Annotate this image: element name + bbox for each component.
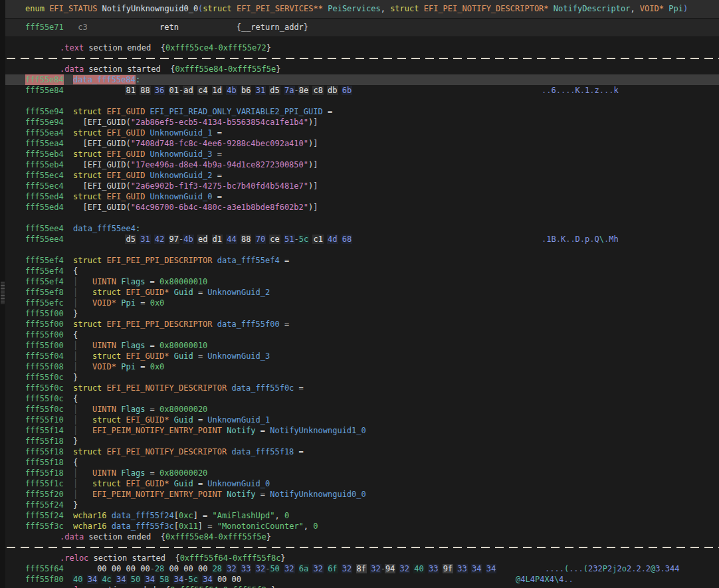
symbol-token[interactable]: data_fff55ef4 [217,256,280,265]
hex-byte[interactable]: 01 [169,86,179,95]
hex-byte[interactable]: 88 [140,86,150,95]
hex-byte[interactable]: ce [269,235,280,244]
hex-byte[interactable]: 42 [154,235,165,244]
hex-byte[interactable]: 51 [284,235,294,244]
symbol-token[interactable]: UnknownGuid_3 [150,149,213,159]
address[interactable]: fff55f00 [25,340,64,351]
address[interactable]: fff55f00 [25,319,64,330]
hex-byte[interactable]: 28 [212,564,223,573]
hex-byte[interactable]: 4b [226,86,237,95]
hex-byte[interactable]: d1 [212,235,223,244]
hex-byte[interactable]: 00 [197,564,208,573]
address[interactable]: fff55ef4 [25,266,64,276]
symbol-token[interactable]: UnknownGuid_2 [150,171,213,180]
symbol-token[interactable]: NotifyUnknownguid1_0 [270,426,366,435]
hex-byte[interactable]: db [327,86,338,95]
hex-byte[interactable]: 6f [327,564,338,573]
address[interactable]: fff55f24 [25,510,64,521]
hex-byte[interactable]: c1 [312,235,323,244]
address[interactable]: fff55f00 [25,330,64,340]
address[interactable]: fff55ed4 [25,202,64,213]
hex-byte[interactable]: 28 [154,564,165,573]
hex-byte[interactable]: ad [183,86,193,95]
hex-byte[interactable]: 00 [169,564,179,573]
scrollbar-thumb[interactable] [1,282,5,304]
address[interactable]: fff55f10 [25,415,64,425]
function-name-token[interactable]: NotifyUnknownguid0_0 [102,4,199,13]
address[interactable]: fff55f20 [25,489,64,500]
hex-byte[interactable]: 4b [183,235,193,244]
hex-byte[interactable]: 00 [111,564,122,573]
address[interactable]: fff55ef4 [25,255,64,266]
hex-byte[interactable]: 44 [226,235,237,244]
address[interactable]: fff55f0c [25,372,64,383]
hex-byte[interactable]: 40 [72,575,83,584]
hex-byte[interactable]: 50 [269,564,280,573]
symbol-token[interactable]: UnknownGuid_3 [207,351,270,361]
hex-byte[interactable]: 94 [385,564,395,573]
symbol-token[interactable]: data_fff55f24 [112,511,174,520]
hex-byte[interactable]: 6b [342,86,352,95]
address[interactable]: fff55f0c [25,393,64,404]
hex-byte[interactable]: 32 [226,564,237,573]
address[interactable]: fff55e71 [25,19,64,37]
hex-byte[interactable]: 00 [231,575,242,584]
address[interactable]: fff55ea4 [25,138,64,149]
symbol-token[interactable]: NotifyUnknownguid0_0 [270,490,366,499]
address[interactable]: fff55ee4 [25,234,64,245]
hex-byte[interactable]: 1d [212,86,223,95]
hex-byte[interactable]: 50 [130,575,141,584]
symbol-token[interactable]: data_fff55e84 [73,75,136,84]
hex-byte[interactable]: 68 [342,235,352,244]
hex-byte[interactable]: 4d [327,235,338,244]
address[interactable]: fff55f00 [25,308,64,319]
hex-byte[interactable]: 88 [241,235,251,244]
symbol-token[interactable]: UnknownGuid_2 [207,288,270,297]
address[interactable]: fff55ec4 [25,170,64,181]
hex-byte[interactable]: 00 [217,575,227,584]
address[interactable]: fff55f14 [25,425,64,436]
hex-byte[interactable]: 32 [255,564,266,573]
hex-byte[interactable]: 32 [312,564,323,573]
symbol-token[interactable]: UnknownGuid_1 [207,415,270,425]
hex-byte[interactable]: 97 [169,235,179,244]
hex-byte[interactable]: d5 [125,235,136,244]
hex-byte[interactable]: 8f [356,564,367,573]
hex-byte[interactable]: c4 [197,86,208,95]
address[interactable]: fff55ee4 [25,223,64,234]
address[interactable]: fff55f08 [25,361,64,372]
hex-byte[interactable]: d5 [269,86,280,95]
hex-byte[interactable]: 34 [471,564,482,573]
symbol-token[interactable]: data_fff55f3c [112,522,174,531]
address[interactable]: fff55f1c [25,478,64,489]
circular-arrow-icon[interactable] [5,5,14,14]
hex-byte[interactable]: 34 [116,575,126,584]
symbol-token[interactable]: UnknownGuid_1 [150,128,213,138]
symbol-token[interactable]: data_fff55f0c [231,383,294,393]
address[interactable]: fff55ef4 [25,276,64,287]
hex-byte[interactable]: 58 [159,575,169,584]
hex-byte[interactable]: 00 [183,564,193,573]
hex-byte[interactable]: ed [197,235,208,244]
symbol-token[interactable]: data_fff55f00 [217,320,280,329]
address[interactable]: fff55f18 [25,468,64,478]
address[interactable]: fff55e84 [25,74,64,85]
hex-byte[interactable]: 34 [144,575,155,584]
hex-byte[interactable]: 5c [298,235,309,244]
address[interactable]: fff55ed4 [25,191,64,202]
hex-byte[interactable]: 5c [188,575,199,584]
address[interactable]: fff55f24 [25,500,64,510]
address[interactable]: fff55f0c [25,404,64,415]
address[interactable]: fff55f04 [25,351,64,361]
hex-byte[interactable]: 31 [140,235,150,244]
address[interactable]: fff55e94 [25,106,64,117]
hex-byte[interactable]: 00 [126,564,136,573]
hex-byte[interactable]: 33 [428,564,439,573]
symbol-token[interactable]: UnknownGuid_0 [150,192,213,201]
hex-byte[interactable]: 40 [413,564,424,573]
address[interactable]: fff55f64 [25,563,64,574]
hex-byte[interactable]: 33 [457,564,467,573]
symbol-token[interactable]: EFI_PEI_READ_ONLY_VARIABLE2_PPI_GUID [150,107,323,116]
address[interactable]: fff55f0c [25,383,64,393]
symbol-token[interactable]: data_fff55ee4 [73,224,136,233]
